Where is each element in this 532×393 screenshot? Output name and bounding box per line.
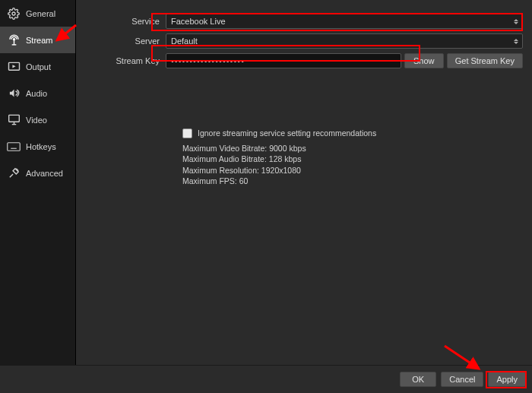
sidebar-item-label: Hotkeys [26, 142, 56, 151]
dialog-footer: OK Cancel Apply [0, 365, 532, 393]
info-line: Maximum Audio Bitrate: 128 kbps [182, 154, 523, 164]
apply-button[interactable]: Apply [488, 372, 526, 387]
gear-icon [7, 7, 21, 21]
show-button[interactable]: Show [404, 53, 444, 68]
speaker-icon [7, 87, 21, 100]
sidebar-item-label: Audio [26, 89, 47, 98]
service-info: Ignore streaming service setting recomme… [182, 128, 523, 186]
server-dropdown[interactable]: Default [166, 33, 523, 49]
tools-icon [7, 166, 21, 180]
broadcast-icon [7, 33, 21, 47]
sidebar-item-output[interactable]: Output [0, 53, 75, 80]
cancel-button[interactable]: Cancel [441, 372, 483, 387]
sidebar-item-label: Advanced [26, 169, 63, 178]
info-line: Maximum FPS: 60 [182, 176, 523, 186]
sidebar-item-video[interactable]: Video [0, 106, 75, 133]
service-label: Service [76, 17, 166, 26]
sidebar-item-label: Output [26, 62, 51, 71]
output-icon [7, 60, 21, 74]
sidebar-item-advanced[interactable]: Advanced [0, 160, 75, 186]
svg-rect-9 [8, 142, 21, 151]
sidebar-item-audio[interactable]: Audio [0, 80, 75, 106]
streamkey-input[interactable]: •••••••••••••••••••• [166, 53, 401, 68]
get-streamkey-button[interactable]: Get Stream Key [447, 53, 523, 68]
service-value: Facebook Live [171, 17, 226, 26]
streamkey-label: Stream Key [76, 56, 166, 65]
svg-point-0 [12, 12, 15, 15]
sidebar-item-label: Video [26, 116, 47, 125]
svg-rect-6 [8, 115, 19, 122]
sidebar-item-hotkeys[interactable]: Hotkeys [0, 133, 75, 160]
ignore-recommendations-label: Ignore streaming service setting recomme… [198, 128, 376, 138]
server-label: Server [76, 36, 166, 46]
monitor-icon [7, 113, 21, 127]
chevron-updown-icon [512, 14, 520, 28]
settings-sidebar: General Stream Output Audio Video Hotkey… [0, 0, 76, 365]
chevron-updown-icon [512, 34, 520, 48]
ignore-recommendations-checkbox[interactable] [182, 128, 192, 138]
service-dropdown[interactable]: Facebook Live [166, 14, 523, 29]
streamkey-value: •••••••••••••••••••• [171, 56, 245, 65]
sidebar-item-stream[interactable]: Stream [0, 27, 75, 53]
sidebar-item-general[interactable]: General [0, 0, 75, 27]
svg-marker-5 [9, 90, 14, 97]
info-line: Maximum Video Bitrate: 9000 kbps [182, 143, 523, 154]
sidebar-item-label: Stream [26, 36, 52, 45]
ok-button[interactable]: OK [400, 372, 436, 387]
sidebar-item-label: General [26, 9, 55, 18]
info-line: Maximum Resolution: 1920x1080 [182, 165, 523, 176]
settings-main-panel: Service Facebook Live Server Default Str… [76, 0, 532, 365]
keyboard-icon [7, 140, 21, 154]
server-value: Default [171, 36, 198, 46]
